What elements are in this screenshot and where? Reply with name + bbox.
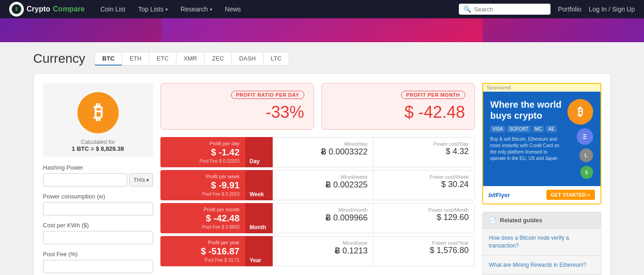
- tab-xmr[interactable]: XMR: [176, 52, 204, 66]
- sofort-logo: SOFORT: [507, 126, 530, 132]
- search-icon: 🔍: [463, 6, 471, 13]
- coin-icon-box: ₿ Calculated for 1 BTC = $ 8,829.38: [43, 83, 153, 157]
- svg-text:₿: ₿: [15, 6, 18, 11]
- hashing-power-row: 40 TH/s ▾: [43, 173, 153, 187]
- profit-daily-value: -33%: [170, 103, 304, 122]
- profit-value: $ -1.42: [166, 147, 240, 158]
- period-cell: Year: [245, 236, 273, 266]
- brand-logo-link[interactable]: ₿ CryptoCompare: [9, 2, 85, 16]
- related-guides: 📄 Related guides How does a Bitcoin node…: [482, 212, 601, 275]
- page-container: Currency BTC ETH ETC XMR ZEC DASH LTC ₿ …: [24, 42, 620, 275]
- mined-cell: Mined/week Ƀ 0.002325: [273, 170, 374, 200]
- cost-kwh-input[interactable]: 0.12: [43, 231, 153, 244]
- amex-logo: AE: [546, 126, 556, 132]
- tab-eth[interactable]: ETH: [122, 52, 149, 66]
- portfolio-link[interactable]: Portfolio: [558, 6, 581, 13]
- mined-label: Mined/month: [278, 207, 368, 213]
- sponsored-title: Where the world buys crypto: [490, 99, 563, 121]
- profit-label: Profit per month: [166, 207, 240, 212]
- tab-zec[interactable]: ZEC: [204, 52, 231, 66]
- nav-news[interactable]: News: [219, 0, 248, 18]
- power-consumption-label: Power consumption (w): [43, 193, 153, 200]
- mined-label: Mined/year: [278, 240, 368, 246]
- list-item[interactable]: How does a Bitcoin node verify a transac…: [483, 229, 601, 256]
- power-label: Power cost/Week: [379, 174, 469, 180]
- table-row: Profit per week $ -9.91 Pool Fee $ 0.205…: [160, 170, 475, 200]
- chevron-down-icon: ▾: [146, 177, 149, 183]
- promo-banner[interactable]: [0, 18, 644, 42]
- currency-header: Currency BTC ETH ETC XMR ZEC DASH LTC: [33, 51, 611, 66]
- mined-value: Ƀ 0.002325: [278, 180, 368, 190]
- cost-kwh-group: Cost per KWh ($) 0.12: [43, 222, 153, 244]
- profit-label: Profit per day: [166, 141, 240, 146]
- hashing-power-label: Hashing Power: [43, 164, 153, 171]
- nav-coin-list[interactable]: Coin List: [94, 0, 132, 18]
- pool-fee-input[interactable]: 1: [43, 260, 153, 273]
- document-icon: 📄: [489, 217, 496, 224]
- profit-summary: PROFIT RATIO PER DAY -33% PROFIT PER MON…: [160, 83, 475, 130]
- navbar: ₿ CryptoCompare Coin List Top Lists ▾ Re…: [0, 0, 644, 18]
- mined-cell: Mined/month Ƀ 0.009966: [273, 203, 374, 233]
- power-label: Power cost/Year: [379, 240, 469, 246]
- chevron-down-icon: ▾: [210, 7, 212, 12]
- sponsored-coins: ₿ Ξ Ł $: [567, 99, 593, 179]
- list-item[interactable]: What are Mining Rewards in Ethereum?: [483, 256, 601, 275]
- power-value: $ 129.60: [379, 213, 469, 222]
- brand-name-crypto: Crypto: [27, 5, 50, 13]
- power-label: Power cost/Day: [379, 141, 469, 147]
- nav-research[interactable]: Research ▾: [174, 0, 219, 18]
- bitflyer-footer: bitFlyer GET STARTED »: [483, 186, 600, 204]
- profit-daily-card: PROFIT RATIO PER DAY -33%: [160, 83, 314, 130]
- hashing-power-input[interactable]: 40: [43, 173, 128, 187]
- pool-fee-group: Pool Fee (%) 1: [43, 251, 153, 273]
- search-box: 🔍: [459, 4, 550, 15]
- profit-value: $ -42.48: [166, 213, 240, 224]
- profit-label: Profit per week: [166, 174, 240, 179]
- login-link[interactable]: Log In / Sign Up: [589, 6, 635, 13]
- hashing-power-unit[interactable]: TH/s ▾: [129, 173, 153, 187]
- sponsored-green-icon: $: [580, 166, 593, 179]
- power-value: $ 30.24: [379, 180, 469, 189]
- tab-dash[interactable]: DASH: [231, 52, 263, 66]
- data-rows: Profit per day $ -1.42 Pool Fee $ 0.0293…: [160, 137, 475, 266]
- pool-fee: Pool Fee $ 0.2053: [166, 192, 240, 197]
- power-consumption-input[interactable]: 1500: [43, 202, 153, 215]
- mc-logo: MC: [533, 126, 545, 132]
- sponsored-eth-icon: Ξ: [577, 128, 593, 145]
- sponsored-content: Where the world buys crypto VISA SOFORT …: [483, 92, 600, 186]
- brand-name-compare: Compare: [53, 5, 85, 13]
- visa-logo: VISA: [490, 126, 506, 132]
- page-title: Currency: [33, 51, 86, 66]
- banner-inner: [162, 18, 483, 42]
- profit-label: Profit per year: [166, 240, 240, 245]
- mined-value: Ƀ 0.1213: [278, 246, 368, 256]
- search-input[interactable]: [474, 6, 546, 13]
- profit-cell: Profit per month $ -42.48 Pool Fee $ 0.8…: [160, 203, 245, 233]
- mined-label: Mined/week: [278, 174, 368, 180]
- tab-btc[interactable]: BTC: [94, 52, 122, 66]
- profit-value: $ -9.91: [166, 180, 240, 191]
- sponsored-text: Where the world buys crypto VISA SOFORT …: [490, 99, 563, 162]
- btc-rate: 1 BTC = $ 8,829.38: [72, 145, 124, 152]
- profit-value: $ -516.87: [166, 246, 240, 257]
- btc-icon: ₿: [77, 92, 119, 133]
- nav-top-lists[interactable]: Top Lists ▾: [132, 0, 174, 18]
- get-started-button[interactable]: GET STARTED »: [546, 190, 595, 200]
- mined-value: Ƀ 0.009966: [278, 213, 368, 223]
- mined-label: Mined/day: [278, 141, 368, 147]
- tab-ltc[interactable]: LTC: [263, 52, 290, 66]
- sponsored-label: Sponsored: [483, 84, 600, 92]
- power-cell: Power cost/Month $ 129.60: [374, 203, 475, 233]
- profit-daily-label: PROFIT RATIO PER DAY: [231, 91, 304, 99]
- table-row: Profit per year $ -516.87 Pool Fee $ 10.…: [160, 236, 475, 266]
- tab-etc[interactable]: ETC: [149, 52, 176, 66]
- cost-kwh-label: Cost per KWh ($): [43, 222, 153, 229]
- calculated-for-label: Calculated for: [81, 139, 115, 145]
- power-value: $ 1,576.80: [379, 246, 469, 255]
- table-row: Profit per day $ -1.42 Pool Fee $ 0.0293…: [160, 137, 475, 167]
- mined-value: Ƀ 0.0003322: [278, 147, 368, 157]
- profit-monthly-label: PROFIT PER MONTH: [401, 91, 465, 99]
- svg-text:₿: ₿: [93, 102, 103, 123]
- right-panel: Sponsored Where the world buys crypto VI…: [482, 83, 601, 275]
- sponsored-ltc-icon: Ł: [579, 148, 593, 162]
